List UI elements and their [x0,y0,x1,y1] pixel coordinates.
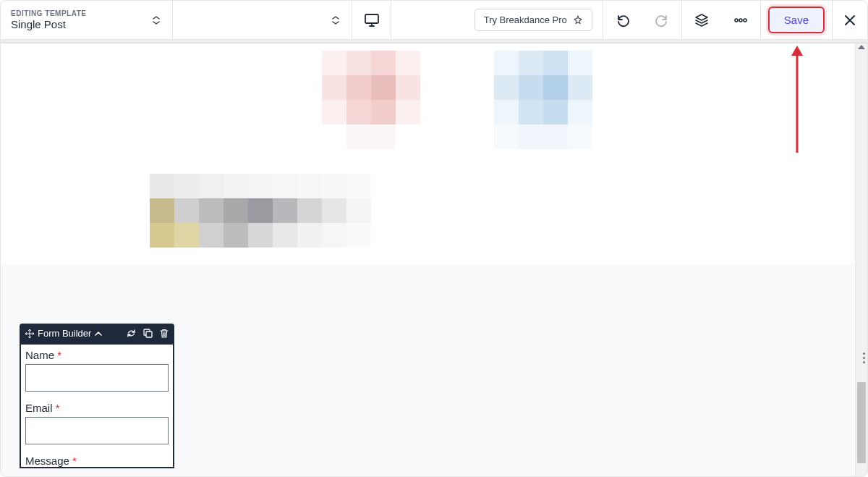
breadcrumb-selector[interactable] [173,1,352,39]
delete-icon[interactable] [160,329,169,338]
undo-redo-group [603,1,682,39]
form-builder-widget[interactable]: Form Builder Name * Email * Message * [20,324,174,468]
lower-panel: Form Builder Name * Email * Message * [1,264,867,477]
template-name: Single Post [11,18,66,30]
chevron-up-icon[interactable] [95,331,102,337]
email-input[interactable] [25,417,169,444]
field-email-label: Email * [25,402,169,414]
undo-icon [616,13,630,28]
layers-more-group [682,1,761,39]
sparkle-icon [573,15,583,25]
save-button[interactable]: Save [768,7,825,33]
svg-rect-0 [365,14,378,23]
name-input[interactable] [25,364,169,392]
form-body: Name * Email * Message * [20,343,174,468]
try-pro-button[interactable]: Try Breakdance Pro [475,9,592,31]
close-icon [844,14,856,26]
layers-icon [694,13,709,28]
widget-move-icon [25,329,34,338]
refresh-icon[interactable] [127,329,136,338]
more-icon [733,18,748,22]
svg-rect-4 [146,332,152,337]
editing-template-label: EDITING TEMPLATE [11,9,86,17]
desktop-icon [365,14,379,27]
duplicate-icon[interactable] [143,329,153,338]
layers-button[interactable] [682,13,721,28]
breadcrumb-chevron-icon[interactable] [330,14,341,26]
top-toolbar: EDITING TEMPLATE Single Post Try Breakda… [1,1,867,40]
widget-title-text: Form Builder [38,328,91,339]
toolbar-spacer: Try Breakdance Pro [391,1,603,39]
redo-icon [655,13,669,28]
more-button[interactable] [721,18,760,22]
close-button[interactable] [833,1,867,39]
svg-point-3 [744,19,746,22]
svg-point-2 [739,19,742,22]
field-message-label: Message * [25,455,169,467]
scroll-thumb[interactable] [857,382,866,463]
template-chevron-icon[interactable] [150,14,162,26]
vertical-scrollbar[interactable] [855,43,867,476]
side-handle-icon[interactable] [860,353,867,363]
save-section: Save [761,1,833,39]
field-name-label: Name * [25,349,169,361]
widget-header[interactable]: Form Builder [20,324,174,343]
try-pro-label: Try Breakdance Pro [484,14,567,25]
svg-point-1 [735,19,738,22]
scroll-up-arrow-icon[interactable] [858,45,865,49]
pixelated-content [150,51,814,248]
canvas-area[interactable] [1,43,867,264]
redo-button [642,13,681,28]
undo-button[interactable] [603,13,642,28]
template-selector[interactable]: EDITING TEMPLATE Single Post [1,1,173,39]
device-preview-button[interactable] [352,1,391,39]
